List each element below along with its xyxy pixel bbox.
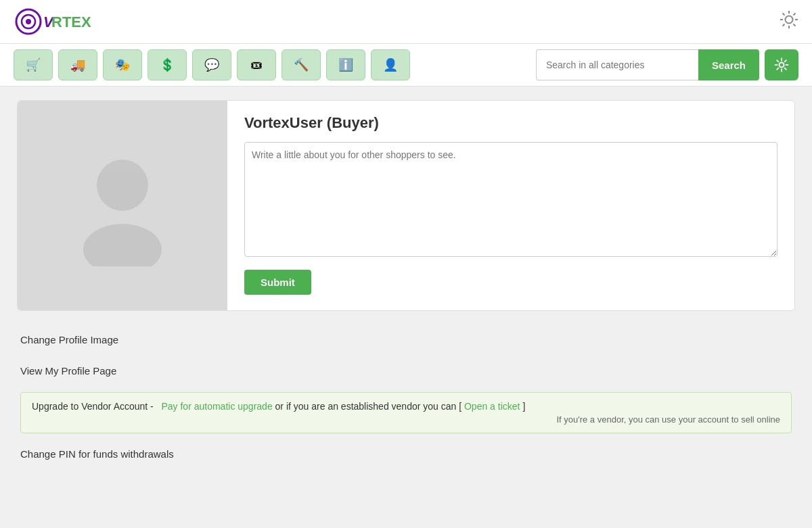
- nav-ticket-button[interactable]: 🎟: [237, 49, 276, 80]
- profile-image-box: [18, 101, 227, 310]
- profile-right: VortexUser (Buyer) Submit: [227, 101, 794, 310]
- nav-gift-button[interactable]: 🎭: [103, 49, 142, 80]
- header: V RTEX: [0, 0, 812, 44]
- links-section: Change Profile Image View My Profile Pag…: [17, 325, 795, 470]
- nav-chat-button[interactable]: 💬: [192, 49, 231, 80]
- change-pin-link[interactable]: Change PIN for funds withdrawals: [20, 439, 792, 470]
- logo: V RTEX: [14, 7, 102, 37]
- pay-upgrade-link[interactable]: Pay for automatic upgrade: [161, 401, 272, 412]
- main-content: VortexUser (Buyer) Submit Change Profile…: [0, 87, 812, 483]
- submit-button[interactable]: Submit: [244, 270, 311, 295]
- nav-cart-button[interactable]: 🛒: [14, 49, 53, 80]
- search-button[interactable]: Search: [698, 49, 759, 80]
- logo-svg: V RTEX: [14, 7, 102, 37]
- svg-point-14: [780, 63, 784, 68]
- profile-username: VortexUser (Buyer): [244, 114, 777, 132]
- nav-user-button[interactable]: 👤: [371, 49, 410, 80]
- change-profile-image-link[interactable]: Change Profile Image: [20, 325, 792, 356]
- nav-gavel-button[interactable]: 🔨: [281, 49, 321, 80]
- svg-point-16: [83, 224, 162, 266]
- open-ticket-link[interactable]: Open a ticket: [464, 401, 520, 412]
- bio-textarea[interactable]: [244, 142, 777, 257]
- upgrade-banner: Upgrade to Vendor Account - Pay for auto…: [20, 392, 792, 433]
- gear-icon: [774, 57, 789, 72]
- svg-line-11: [794, 24, 796, 26]
- svg-point-15: [97, 160, 148, 211]
- svg-line-13: [783, 24, 785, 26]
- svg-text:RTEX: RTEX: [51, 14, 91, 30]
- avatar-icon: [68, 145, 177, 266]
- profile-card: VortexUser (Buyer) Submit: [17, 100, 795, 311]
- nav-truck-button[interactable]: 🚚: [58, 49, 97, 80]
- upgrade-suffix: ]: [522, 401, 525, 412]
- svg-line-12: [794, 14, 796, 16]
- nav-info-button[interactable]: ℹ️: [326, 49, 365, 80]
- navbar: 🛒 🚚 🎭 💲 💬 🎟 🔨 ℹ️ 👤 Search: [0, 44, 812, 87]
- nav-dollar-button[interactable]: 💲: [148, 49, 187, 80]
- view-profile-link[interactable]: View My Profile Page: [20, 356, 792, 387]
- svg-point-5: [786, 16, 793, 24]
- search-container: Search: [536, 49, 798, 80]
- search-input[interactable]: [536, 49, 698, 80]
- svg-line-10: [783, 14, 785, 16]
- upgrade-prefix: Upgrade to Vendor Account -: [32, 401, 154, 412]
- settings-button[interactable]: [765, 49, 798, 80]
- upgrade-middle: or if you are an established vendor you …: [275, 401, 462, 412]
- upgrade-note: If you're a vendor, you can use your acc…: [32, 414, 780, 425]
- sun-icon[interactable]: [780, 10, 798, 33]
- svg-point-2: [26, 19, 31, 24]
